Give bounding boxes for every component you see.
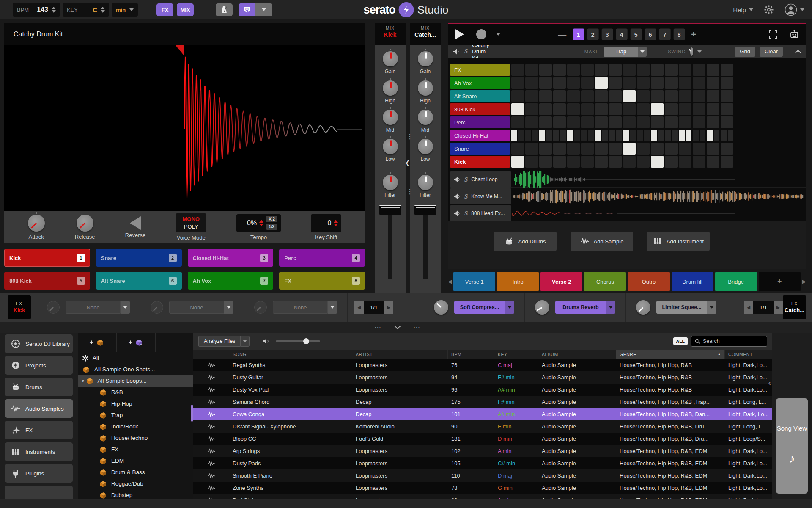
pattern-add-button[interactable]: + [688,30,700,39]
crate-item-all-sample-loops-[interactable]: ▾All Sample Loops... [78,375,193,387]
step-cell[interactable] [553,103,566,115]
fx-slot-dropdown[interactable]: None [273,301,337,314]
step-cell[interactable] [595,90,608,102]
step-cell[interactable] [511,130,517,141]
step-cell[interactable] [553,77,566,89]
crate-item-drum-bass[interactable]: Drum & Bass [78,467,193,478]
pattern-tab-5[interactable]: 5 [630,29,642,40]
tempo-half-button[interactable]: 1/2 [266,224,277,230]
table-row[interactable]: Pad StabsLoopmasters80A minAudio SampleH… [193,494,772,499]
step-cell[interactable] [651,143,664,155]
step-cell[interactable] [693,90,705,102]
fx-slot-value[interactable]: None [169,301,224,314]
step-cell[interactable] [581,77,594,89]
step-cell[interactable] [525,64,538,76]
mixer-knob-mid[interactable]: Mid [418,110,433,133]
key-mode-value[interactable]: min [116,7,126,13]
fx-chain-knob[interactable] [636,300,650,315]
quantize-button[interactable]: Q [239,3,255,16]
step-cell[interactable] [581,143,594,155]
audio-track-waveform[interactable] [511,205,806,221]
step-cell[interactable] [511,77,524,89]
step-cell[interactable] [518,130,524,141]
step-cell[interactable] [637,90,650,102]
step-cell[interactable] [539,103,552,115]
drag-handle-dots[interactable]: ⋯ [374,323,382,331]
track-mute-speaker-icon[interactable] [453,210,461,217]
fader-handle[interactable] [379,205,401,215]
key-stepper[interactable] [101,7,105,13]
low-knob[interactable] [383,139,398,154]
step-cell[interactable] [721,77,733,89]
table-row[interactable]: Bloop CCFool's Gold181D minAudio SampleH… [193,433,772,445]
sidebar-item-instruments[interactable]: Instruments [5,442,73,461]
step-cell[interactable] [567,90,580,102]
crate-item-all-sample-one-shots-[interactable]: All Sample One Shots... [78,364,193,375]
pad-808-kick[interactable]: 808 Kick5 [4,272,90,290]
high-knob[interactable] [383,80,398,96]
step-cell[interactable] [539,156,552,168]
step-cell[interactable] [609,103,622,115]
step-cell[interactable] [707,143,719,155]
step-cell[interactable] [707,64,719,76]
step-cell[interactable] [637,116,650,128]
step-cell[interactable] [602,130,608,141]
fx-chain-dropdown[interactable]: Limiter Squee... [656,301,716,314]
step-cell[interactable] [637,130,643,141]
track-label-fx[interactable]: FX [450,64,510,76]
step-cell[interactable] [672,130,678,141]
step-cell[interactable] [679,77,691,89]
make-value[interactable]: Trap [604,47,638,57]
step-cell[interactable] [609,143,622,155]
step-cell[interactable] [609,90,622,102]
step-cell[interactable] [567,156,580,168]
crate-item-all[interactable]: All [78,352,193,364]
pager-prev-icon[interactable]: ◀ [744,301,753,314]
track-label-perc[interactable]: Perc [450,116,510,128]
channel-fader[interactable] [414,205,437,279]
quantize-dropdown[interactable] [255,3,272,16]
step-cell[interactable] [693,143,705,155]
mixer-knob-filter[interactable]: Filter [418,175,433,198]
fx-target-left[interactable]: FX Kick [8,295,31,319]
step-cell[interactable] [595,116,608,128]
fx-view-button[interactable]: FX [156,3,173,16]
collapse-chevron-down[interactable] [394,325,401,329]
step-cell[interactable] [581,64,594,76]
step-cell[interactable] [567,130,573,141]
audio-track-label[interactable]: SKnow Me M... [450,188,511,204]
crate-scrollbar[interactable] [191,405,193,422]
step-cell[interactable] [532,130,538,141]
step-cell[interactable] [651,130,657,141]
swing-knob[interactable] [690,47,694,56]
step-cell[interactable] [511,64,524,76]
collapse-chevron-left[interactable]: ‹ [768,379,771,387]
pattern-tab-7[interactable]: 7 [659,29,670,40]
step-cell[interactable] [567,64,580,76]
table-row[interactable]: Distant Signal- XylophoneKomorebi Audio9… [193,420,772,433]
step-cell[interactable] [693,103,705,115]
key-value[interactable]: C [93,6,97,14]
scene-add-button[interactable]: + [759,272,801,291]
crate-item-trap[interactable]: Trap [78,409,193,421]
step-cell[interactable] [721,156,733,168]
step-cell[interactable] [637,103,650,115]
sidebar-item-fx[interactable]: FX [5,421,73,439]
column-header-artist[interactable]: ARTIST [352,350,448,359]
step-cell[interactable] [714,130,720,141]
fx-chain-dropdown[interactable]: Drums Reverb [555,301,615,314]
clear-button[interactable]: Clear [760,47,783,57]
step-cell[interactable] [609,116,622,128]
step-cell[interactable] [525,143,538,155]
scene-intro[interactable]: Intro [497,272,539,291]
track-mute-speaker-icon[interactable] [453,48,460,55]
step-cell[interactable] [665,103,678,115]
analyze-files-dropdown[interactable]: Analyze Files [198,336,250,347]
column-header-key[interactable]: KEY [494,350,538,359]
add-instrument-button[interactable]: Add Instrument [647,232,710,251]
step-cell[interactable] [525,90,538,102]
key-mode-dropdown[interactable]: min [112,3,138,17]
step-cell[interactable] [637,64,650,76]
record-options-dropdown[interactable] [492,24,504,45]
pad-ah-vox[interactable]: Ah Vox7 [188,272,274,290]
